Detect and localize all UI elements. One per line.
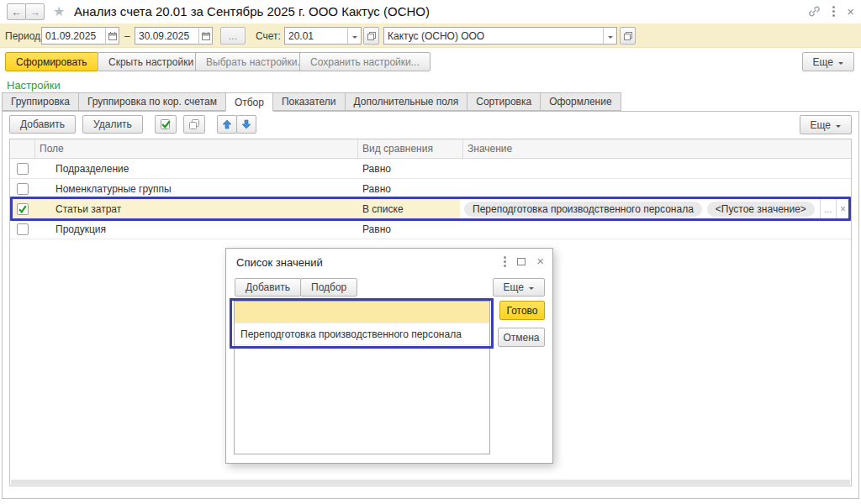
dialog-add-button[interactable]: Добавить [235,278,301,297]
date-to-field[interactable]: 30.09.2025 [135,27,213,45]
table-row[interactable]: Номенклатурные группы Равно [10,179,851,199]
delete-row-button[interactable]: Удалить [82,115,143,134]
dialog-title: Список значений [236,256,323,269]
clear-value-button[interactable]: × [836,199,849,218]
open-in-list-icon [367,31,377,41]
dialog-more-button[interactable]: Еще [493,278,545,297]
period-options-button[interactable]: ... [220,27,246,45]
generate-button[interactable]: Сформировать [5,52,98,71]
settings-header: Настройки [7,79,61,92]
more-button[interactable]: Еще [802,52,854,71]
favorite-star-icon[interactable]: ★ [53,3,65,19]
table-row-selected[interactable]: Статьи затрат В списке Переподготовка пр… [10,199,851,219]
history-nav: ← → [7,3,45,20]
value-tag: Переподготовка производственного персона… [464,202,702,217]
move-down-button[interactable] [236,115,256,134]
tab-oformlenie[interactable]: Оформление [540,92,621,111]
chevron-down-icon [838,62,843,67]
organization-field[interactable]: Кактус (ОСНО) ООО [383,27,617,45]
tab-otbor[interactable]: Отбор [225,92,273,112]
copy-button[interactable] [183,115,205,134]
back-button[interactable]: ← [7,3,26,20]
header-value: Значение [463,139,851,158]
table-row[interactable]: Продукция Равно [10,219,851,239]
value-list-dialog: Список значений × Добавить Подбор Еще Пе… [225,248,553,464]
row-checkbox[interactable] [17,163,29,175]
header-checkbox-column [10,139,35,158]
header-field: Поле [35,139,358,158]
more-menu-icon[interactable] [832,6,835,8]
chevron-down-icon[interactable] [603,28,616,44]
window-header: ← → ★ Анализ счета 20.01 за Сентябрь 202… [0,0,861,24]
tab-gruppirovka[interactable]: Группировка [2,92,79,111]
close-icon[interactable]: × [847,6,854,18]
copy-icon [188,118,200,130]
organization-open-button[interactable] [620,27,636,45]
dialog-pick-button[interactable]: Подбор [300,278,357,297]
command-bar: Сформировать Скрыть настройки Выбрать на… [0,52,861,72]
row-checkbox[interactable] [17,183,29,195]
checkmark-icon [18,204,28,214]
tab-gruppirovka-po-kor-schetam[interactable]: Группировка по кор. счетам [78,92,226,111]
dialog-done-button[interactable]: Готово [499,301,545,320]
row-checkbox-checked[interactable] [17,203,29,215]
tab-dopolnitelnye-polya[interactable]: Дополнительные поля [345,92,468,111]
add-row-button[interactable]: Добавить [9,115,76,134]
period-label: Период: [5,30,43,42]
value-list: Переподготовка производственного персона… [234,301,490,454]
dialog-menu-icon[interactable] [504,256,506,259]
dialog-close-icon[interactable]: × [536,255,544,267]
move-up-button[interactable] [217,115,237,134]
chevron-down-icon[interactable] [347,28,361,44]
header-comparison: Вид сравнения [358,139,463,158]
check-all-icon [159,118,172,130]
settings-tabs: Группировка Группировка по кор. счетам О… [2,92,621,112]
list-item[interactable]: Переподготовка производственного персона… [235,323,489,345]
date-from-field[interactable]: 01.09.2025 [41,27,119,45]
move-row-buttons [217,115,256,134]
choose-settings-button[interactable]: Выбрать настройки... [195,52,316,71]
arrow-right-icon: → [29,6,40,18]
account-open-button[interactable] [363,27,379,45]
check-all-button[interactable] [155,115,177,134]
value-tag: <Пустое значение> [707,202,815,217]
tab-sortirovka[interactable]: Сортировка [467,92,541,111]
save-settings-button[interactable]: Сохранить настройки... [299,52,430,71]
arrow-up-icon [222,119,232,129]
arrow-down-icon [241,119,251,129]
calendar-icon[interactable] [198,28,212,44]
date-range-dash: – [124,30,130,42]
maximize-icon[interactable] [517,258,526,265]
account-label: Счет: [256,30,281,42]
forward-button[interactable]: → [25,3,45,20]
chevron-down-icon [836,125,841,130]
report-window: ← → ★ Анализ счета 20.01 за Сентябрь 202… [0,0,861,504]
link-icon[interactable] [808,5,821,18]
value-list-editor[interactable]: Переподготовка производственного персона… [460,199,849,218]
horizontal-scrollbar[interactable] [11,480,850,485]
page-title: Анализ счета 20.01 за Сентябрь 2025 г. О… [74,4,430,18]
table-row[interactable]: Подразделение Равно [10,159,851,179]
dialog-cancel-button[interactable]: Отмена [498,328,545,347]
list-item-current[interactable] [235,302,489,323]
filter-bar: Период: 01.09.2025 – 30.09.2025 [0,24,861,48]
tab-pokazateli[interactable]: Показатели [272,92,346,111]
chevron-down-icon [529,287,534,292]
arrow-left-icon: ← [11,6,22,18]
open-value-list-button[interactable]: ... [820,199,836,218]
open-in-list-icon [623,31,633,41]
hide-settings-button[interactable]: Скрыть настройки [98,52,204,71]
account-field[interactable]: 20.01 [284,27,362,45]
row-checkbox[interactable] [17,223,29,235]
filter-toolbar: Добавить Удалить [9,115,256,134]
grid-header: Поле Вид сравнения Значение [10,139,851,159]
filter-more-button[interactable]: Еще [800,115,852,134]
calendar-icon[interactable] [105,28,119,44]
